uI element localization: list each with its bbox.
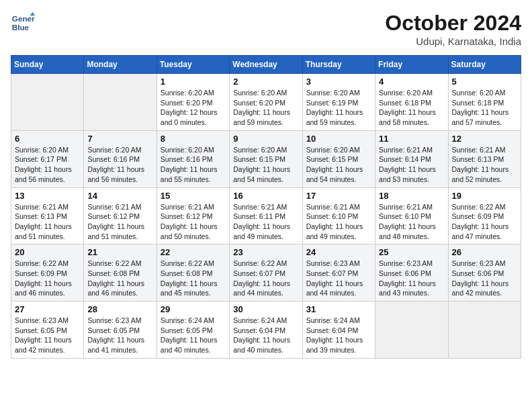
weekday-header: Tuesday [157, 56, 229, 74]
calendar-cell: 28Sunrise: 6:23 AMSunset: 6:05 PMDayligh… [84, 302, 157, 359]
day-number: 9 [233, 134, 298, 144]
day-number: 6 [15, 134, 80, 144]
day-info: Sunrise: 6:20 AMSunset: 6:20 PMDaylight:… [233, 88, 298, 128]
day-number: 7 [87, 134, 152, 144]
calendar-cell [84, 74, 157, 131]
calendar-week-row: 27Sunrise: 6:23 AMSunset: 6:05 PMDayligh… [11, 302, 521, 359]
calendar-week-row: 13Sunrise: 6:21 AMSunset: 6:13 PMDayligh… [11, 187, 521, 244]
day-info: Sunrise: 6:21 AMSunset: 6:11 PMDaylight:… [233, 202, 298, 242]
day-number: 15 [161, 191, 226, 201]
calendar-cell: 12Sunrise: 6:21 AMSunset: 6:13 PMDayligh… [448, 130, 521, 187]
logo: General Blue [11, 11, 35, 35]
calendar-cell: 25Sunrise: 6:23 AMSunset: 6:06 PMDayligh… [375, 244, 448, 302]
calendar-cell: 7Sunrise: 6:20 AMSunset: 6:16 PMDaylight… [84, 130, 157, 187]
day-info: Sunrise: 6:20 AMSunset: 6:15 PMDaylight:… [233, 145, 298, 185]
day-info: Sunrise: 6:21 AMSunset: 6:13 PMDaylight:… [452, 145, 517, 185]
day-number: 31 [306, 304, 371, 314]
day-number: 28 [87, 304, 152, 314]
day-info: Sunrise: 6:20 AMSunset: 6:18 PMDaylight:… [379, 88, 444, 128]
day-number: 22 [161, 247, 226, 257]
calendar-cell: 30Sunrise: 6:24 AMSunset: 6:04 PMDayligh… [230, 302, 302, 359]
page-subtitle: Udupi, Karnataka, India [385, 36, 521, 47]
calendar-week-row: 1Sunrise: 6:20 AMSunset: 6:20 PMDaylight… [11, 74, 521, 131]
calendar-week-row: 6Sunrise: 6:20 AMSunset: 6:17 PMDaylight… [11, 130, 521, 187]
day-info: Sunrise: 6:20 AMSunset: 6:20 PMDaylight:… [161, 88, 226, 128]
calendar-cell: 19Sunrise: 6:22 AMSunset: 6:09 PMDayligh… [448, 187, 521, 244]
day-info: Sunrise: 6:22 AMSunset: 6:08 PMDaylight:… [161, 259, 226, 298]
day-info: Sunrise: 6:22 AMSunset: 6:07 PMDaylight:… [233, 259, 298, 298]
day-number: 16 [233, 191, 298, 201]
day-info: Sunrise: 6:24 AMSunset: 6:04 PMDaylight:… [233, 316, 298, 355]
day-number: 23 [233, 247, 298, 257]
day-info: Sunrise: 6:21 AMSunset: 6:14 PMDaylight:… [379, 145, 444, 185]
calendar-cell: 14Sunrise: 6:21 AMSunset: 6:12 PMDayligh… [84, 187, 157, 244]
day-number: 17 [306, 191, 371, 201]
day-info: Sunrise: 6:23 AMSunset: 6:06 PMDaylight:… [452, 259, 517, 298]
day-number: 21 [87, 247, 152, 257]
day-number: 24 [306, 247, 371, 257]
calendar-cell: 2Sunrise: 6:20 AMSunset: 6:20 PMDaylight… [230, 74, 302, 131]
weekday-header: Monday [84, 56, 157, 74]
calendar-cell: 8Sunrise: 6:20 AMSunset: 6:16 PMDaylight… [157, 130, 229, 187]
day-number: 5 [452, 77, 517, 87]
day-info: Sunrise: 6:21 AMSunset: 6:12 PMDaylight:… [87, 202, 152, 242]
calendar-cell: 31Sunrise: 6:24 AMSunset: 6:04 PMDayligh… [302, 302, 375, 359]
calendar-cell: 29Sunrise: 6:24 AMSunset: 6:05 PMDayligh… [157, 302, 229, 359]
calendar-cell: 15Sunrise: 6:21 AMSunset: 6:12 PMDayligh… [157, 187, 229, 244]
day-number: 27 [15, 304, 80, 314]
calendar-cell: 3Sunrise: 6:20 AMSunset: 6:19 PMDaylight… [302, 74, 375, 131]
calendar-cell: 23Sunrise: 6:22 AMSunset: 6:07 PMDayligh… [230, 244, 302, 302]
calendar-cell: 4Sunrise: 6:20 AMSunset: 6:18 PMDaylight… [375, 74, 448, 131]
calendar-cell: 1Sunrise: 6:20 AMSunset: 6:20 PMDaylight… [157, 74, 229, 131]
calendar-cell [375, 302, 448, 359]
day-info: Sunrise: 6:23 AMSunset: 6:05 PMDaylight:… [15, 316, 80, 355]
calendar-cell: 18Sunrise: 6:21 AMSunset: 6:10 PMDayligh… [375, 187, 448, 244]
weekday-header: Saturday [448, 56, 521, 74]
day-number: 19 [452, 191, 517, 201]
day-info: Sunrise: 6:21 AMSunset: 6:10 PMDaylight:… [379, 202, 444, 242]
day-info: Sunrise: 6:23 AMSunset: 6:05 PMDaylight:… [87, 316, 152, 355]
day-number: 1 [161, 77, 226, 87]
day-number: 11 [379, 134, 444, 144]
calendar-cell: 20Sunrise: 6:22 AMSunset: 6:09 PMDayligh… [11, 244, 84, 302]
day-info: Sunrise: 6:20 AMSunset: 6:16 PMDaylight:… [87, 145, 152, 185]
calendar-cell: 9Sunrise: 6:20 AMSunset: 6:15 PMDaylight… [230, 130, 302, 187]
calendar-week-row: 20Sunrise: 6:22 AMSunset: 6:09 PMDayligh… [11, 244, 521, 302]
day-number: 13 [15, 191, 80, 201]
day-number: 30 [233, 304, 298, 314]
calendar-table: SundayMondayTuesdayWednesdayThursdayFrid… [11, 55, 521, 359]
calendar-cell: 16Sunrise: 6:21 AMSunset: 6:11 PMDayligh… [230, 187, 302, 244]
page-header: General Blue October 2024 Udupi, Karnata… [11, 11, 521, 47]
day-info: Sunrise: 6:20 AMSunset: 6:15 PMDaylight:… [306, 145, 371, 185]
day-info: Sunrise: 6:22 AMSunset: 6:08 PMDaylight:… [87, 259, 152, 298]
calendar-cell: 10Sunrise: 6:20 AMSunset: 6:15 PMDayligh… [302, 130, 375, 187]
day-number: 2 [233, 77, 298, 87]
day-info: Sunrise: 6:24 AMSunset: 6:04 PMDaylight:… [306, 316, 371, 355]
day-number: 14 [87, 191, 152, 201]
day-info: Sunrise: 6:21 AMSunset: 6:13 PMDaylight:… [15, 202, 80, 242]
day-info: Sunrise: 6:21 AMSunset: 6:10 PMDaylight:… [306, 202, 371, 242]
calendar-body: 1Sunrise: 6:20 AMSunset: 6:20 PMDaylight… [11, 74, 521, 359]
day-number: 20 [15, 247, 80, 257]
day-info: Sunrise: 6:20 AMSunset: 6:17 PMDaylight:… [15, 145, 80, 185]
day-info: Sunrise: 6:22 AMSunset: 6:09 PMDaylight:… [15, 259, 80, 298]
day-number: 4 [379, 77, 444, 87]
title-block: October 2024 Udupi, Karnataka, India [385, 11, 521, 47]
calendar-cell [11, 74, 84, 131]
logo-icon: General Blue [11, 11, 35, 35]
day-info: Sunrise: 6:22 AMSunset: 6:09 PMDaylight:… [452, 202, 517, 242]
calendar-cell: 17Sunrise: 6:21 AMSunset: 6:10 PMDayligh… [302, 187, 375, 244]
day-info: Sunrise: 6:21 AMSunset: 6:12 PMDaylight:… [161, 202, 226, 242]
calendar-cell [448, 302, 521, 359]
day-info: Sunrise: 6:23 AMSunset: 6:07 PMDaylight:… [306, 259, 371, 298]
weekday-header: Thursday [302, 56, 375, 74]
svg-text:Blue: Blue [12, 23, 30, 32]
calendar-cell: 13Sunrise: 6:21 AMSunset: 6:13 PMDayligh… [11, 187, 84, 244]
day-number: 10 [306, 134, 371, 144]
day-number: 12 [452, 134, 517, 144]
calendar-cell: 24Sunrise: 6:23 AMSunset: 6:07 PMDayligh… [302, 244, 375, 302]
day-number: 29 [161, 304, 226, 314]
day-info: Sunrise: 6:23 AMSunset: 6:06 PMDaylight:… [379, 259, 444, 298]
day-number: 26 [452, 247, 517, 257]
day-number: 3 [306, 77, 371, 87]
